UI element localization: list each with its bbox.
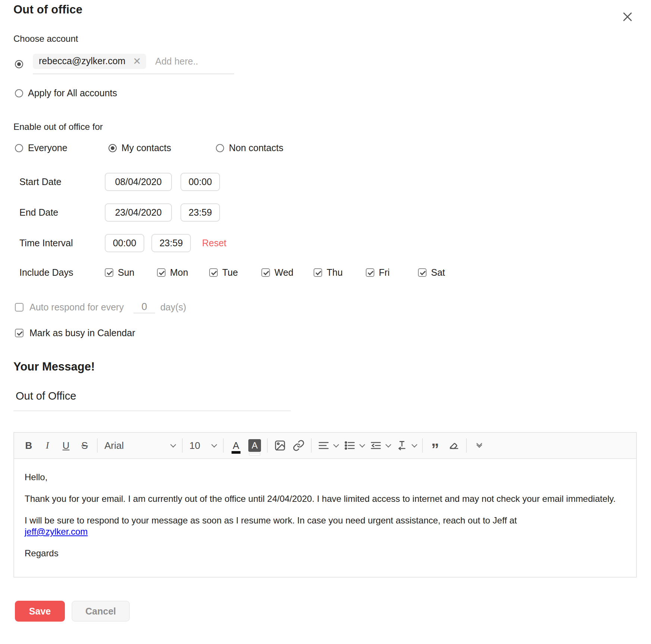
align-dropdown[interactable] [315, 437, 341, 454]
non-contacts-radio[interactable] [216, 144, 224, 152]
start-date-label: Start Date [13, 176, 105, 187]
save-button[interactable]: Save [15, 601, 65, 622]
your-message-heading: Your Message! [13, 360, 638, 373]
strikethrough-icon[interactable]: S [75, 437, 94, 454]
time-interval-row: Time Interval 00:00 23:59 Reset [13, 234, 638, 252]
end-time-input[interactable]: 23:59 [180, 203, 220, 222]
font-color-icon[interactable]: A [227, 437, 245, 454]
toolbar-divider [466, 438, 467, 453]
bold-icon[interactable]: B [19, 437, 38, 454]
mark-busy-row[interactable]: Mark as busy in Calendar [13, 328, 638, 338]
fri-checkbox[interactable] [366, 268, 374, 277]
chevron-down-icon [385, 441, 391, 447]
toolbar-divider [422, 438, 423, 453]
chevron-down-icon [170, 441, 176, 447]
chevron-down-icon [359, 441, 365, 447]
end-date-input[interactable]: 23/04/2020 [105, 203, 172, 222]
all-accounts-label: Apply for All accounts [28, 88, 117, 99]
chevron-down-icon [411, 441, 417, 447]
page-title: Out of office [13, 3, 638, 16]
toolbar-divider [311, 438, 312, 453]
auto-respond-days-input[interactable]: 0 [133, 301, 155, 313]
all-accounts-row[interactable]: Apply for All accounts [13, 88, 638, 99]
start-date-input[interactable]: 08/04/2020 [105, 173, 172, 191]
choose-account-label: Choose account [13, 34, 638, 44]
option-my-contacts[interactable]: My contacts [108, 143, 171, 153]
auto-respond-suffix: day(s) [160, 302, 186, 313]
day-wed[interactable]: Wed [261, 267, 314, 278]
toolbar-divider [267, 438, 268, 453]
account-chip: rebecca@zylker.com ✕ [33, 54, 146, 69]
subject-value[interactable]: Out of Office [16, 390, 76, 402]
body-para2: I will be sure to respond to your messag… [25, 515, 625, 537]
editor-toolbar: B I U S Arial 10 A A [14, 433, 636, 459]
body-para1: Thank you for your email. I am currently… [25, 493, 625, 504]
insert-link-icon[interactable] [289, 437, 308, 454]
reset-link[interactable]: Reset [202, 238, 226, 248]
wed-checkbox[interactable] [261, 268, 270, 277]
interval-to-input[interactable]: 23:59 [151, 234, 191, 252]
day-sat[interactable]: Sat [418, 267, 470, 278]
more-tools-icon[interactable] [470, 437, 488, 454]
day-tue[interactable]: Tue [209, 267, 261, 278]
subject-field[interactable]: Out of Office [13, 390, 291, 411]
all-accounts-radio[interactable] [15, 89, 23, 97]
highlight-color-icon[interactable]: A [245, 437, 264, 454]
auto-respond-row: Auto respond for every 0 day(s) [13, 301, 638, 313]
option-non-contacts[interactable]: Non contacts [216, 143, 283, 153]
auto-respond-label: Auto respond for every [29, 302, 124, 313]
jeff-email-link[interactable]: jeff@zylker.com [25, 526, 88, 537]
text-direction-dropdown[interactable] [393, 437, 419, 454]
everyone-radio[interactable] [15, 144, 23, 152]
sun-checkbox[interactable] [105, 268, 113, 277]
interval-from-input[interactable]: 00:00 [105, 234, 144, 252]
out-of-office-dialog: Out of office Choose account rebecca@zyl… [0, 0, 651, 644]
account-chip-label: rebecca@zylker.com [39, 56, 125, 66]
blockquote-icon[interactable]: ” [426, 437, 444, 454]
chevron-down-icon [333, 441, 339, 447]
toolbar-divider [182, 438, 183, 453]
mon-checkbox[interactable] [157, 268, 166, 277]
body-greeting: Hello, [25, 472, 625, 483]
day-sun[interactable]: Sun [105, 267, 157, 278]
toolbar-divider [223, 438, 224, 453]
font-family-value: Arial [104, 440, 124, 451]
day-fri[interactable]: Fri [366, 267, 418, 278]
cancel-button[interactable]: Cancel [72, 601, 130, 622]
mark-busy-checkbox[interactable] [15, 329, 23, 337]
toolbar-divider [97, 438, 98, 453]
font-size-value: 10 [189, 440, 200, 451]
dialog-footer: Save Cancel [13, 601, 638, 622]
day-mon[interactable]: Mon [157, 267, 209, 278]
italic-icon[interactable]: I [38, 437, 57, 454]
sat-checkbox[interactable] [418, 268, 427, 277]
start-time-input[interactable]: 00:00 [180, 173, 220, 191]
font-family-dropdown[interactable]: Arial [101, 437, 179, 454]
chip-remove-icon[interactable]: ✕ [133, 56, 141, 66]
enable-for-label: Enable out of office for [13, 122, 638, 132]
start-date-row: Start Date 08/04/2020 00:00 [13, 173, 638, 191]
day-thu[interactable]: Thu [314, 267, 366, 278]
font-size-dropdown[interactable]: 10 [186, 437, 220, 454]
include-days-label: Include Days [13, 267, 105, 278]
bullet-list-dropdown[interactable] [341, 437, 367, 454]
account-field[interactable]: rebecca@zylker.com ✕ Add here.. [33, 54, 234, 74]
underline-icon[interactable]: U [57, 437, 75, 454]
account-radio[interactable] [15, 60, 23, 68]
chevron-down-icon [211, 441, 217, 447]
message-body-editor[interactable]: Hello, Thank you for your email. I am cu… [14, 459, 636, 577]
tue-checkbox[interactable] [209, 268, 218, 277]
clear-format-icon[interactable] [444, 437, 463, 454]
close-icon[interactable] [621, 10, 634, 23]
end-date-label: End Date [13, 207, 105, 218]
option-everyone[interactable]: Everyone [15, 143, 67, 153]
add-account-input[interactable]: Add here.. [155, 56, 234, 67]
my-contacts-radio[interactable] [108, 144, 117, 152]
enable-for-options: Everyone My contacts Non contacts [13, 143, 638, 153]
thu-checkbox[interactable] [314, 268, 322, 277]
auto-respond-checkbox[interactable] [15, 303, 23, 312]
indent-dropdown[interactable] [367, 437, 393, 454]
insert-image-icon[interactable] [271, 437, 289, 454]
mark-busy-label: Mark as busy in Calendar [29, 328, 135, 338]
end-date-row: End Date 23/04/2020 23:59 [13, 203, 638, 222]
